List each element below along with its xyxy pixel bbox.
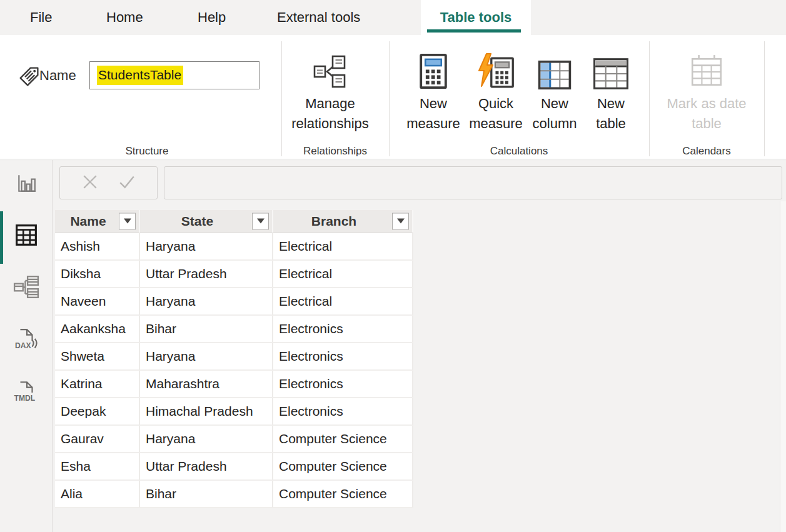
table-cell[interactable]: Computer Science (273, 426, 413, 453)
new-measure-label: New measure (404, 94, 463, 134)
sidebar-item-model-view[interactable] (0, 275, 53, 301)
table-cell[interactable]: Deepak (55, 398, 140, 426)
table-cell[interactable]: Uttar Pradesh (140, 453, 273, 481)
table-cell[interactable]: Naveen (55, 288, 140, 316)
manage-relationships-label: Manage relationships (280, 94, 380, 134)
formula-cancel-button[interactable] (82, 174, 98, 192)
table-cell[interactable]: Haryana (140, 288, 273, 316)
table-cell[interactable]: Electronics (273, 371, 413, 398)
table-row: EshaUttar PradeshComputer Science (55, 453, 413, 481)
table-cell[interactable]: Haryana (140, 233, 273, 261)
table-cell[interactable]: Shweta (55, 343, 140, 371)
group-label-calculations: Calculations (394, 144, 644, 159)
table-cell[interactable]: Electronics (273, 316, 413, 343)
new-column-label: New column (527, 94, 582, 134)
table-cell[interactable]: Uttar Pradesh (140, 261, 273, 288)
table-row: GauravHaryanaComputer Science (55, 426, 413, 453)
new-table-label: New table (588, 94, 633, 134)
cancel-x-icon (82, 174, 98, 192)
column-filter-button[interactable] (252, 213, 269, 229)
filter-dropdown-icon (124, 219, 131, 224)
report-view-icon (16, 174, 37, 196)
table-cell[interactable]: Aakanksha (55, 316, 140, 343)
sidebar-item-table-view[interactable] (0, 224, 53, 249)
menubar-item-help[interactable]: Help (198, 0, 226, 35)
tag-icon (18, 65, 41, 91)
new-table-button[interactable]: New table (588, 46, 633, 134)
column-filter-button[interactable] (119, 213, 136, 229)
new-column-icon (538, 46, 572, 90)
table-cell[interactable]: Esha (55, 453, 140, 481)
svg-text:DAX: DAX (15, 341, 31, 350)
group-label-structure: Structure (84, 144, 209, 159)
table-cell[interactable]: Haryana (140, 426, 273, 453)
table-row: KatrinaMaharashtraElectronics (55, 371, 413, 398)
table-cell[interactable]: Katrina (55, 371, 140, 398)
menubar-item-external-tools[interactable]: External tools (277, 0, 360, 35)
new-measure-icon (419, 46, 448, 90)
table-cell[interactable]: Ashish (55, 233, 140, 261)
table-body: AshishHaryanaElectricalDikshaUttar Prade… (55, 233, 413, 508)
dax-view-icon: DAX (14, 328, 38, 354)
group-separator (649, 41, 650, 156)
column-header-label: Name (59, 214, 118, 229)
data-view-canvas: DAX TMDL (0, 160, 786, 532)
column-header-branch[interactable]: Branch (273, 210, 413, 233)
mark-as-date-table-button[interactable]: Mark as date table (653, 46, 760, 134)
powerbi-desktop-window: File Home Help External tools Table tool… (0, 0, 786, 532)
table-cell[interactable]: Haryana (140, 343, 273, 371)
table-view-icon (15, 224, 38, 249)
menubar-item-file[interactable]: File (30, 0, 52, 35)
filter-dropdown-icon (397, 219, 405, 224)
sidebar-item-report-view[interactable] (0, 174, 53, 196)
table-name-input[interactable]: StudentsTable (89, 61, 259, 89)
table-cell[interactable]: Bihar (140, 481, 273, 508)
quick-measure-button[interactable]: Quick measure (464, 46, 528, 134)
column-header-name[interactable]: Name (55, 210, 140, 233)
table-cell[interactable]: Electronics (273, 398, 413, 426)
manage-relationships-button[interactable]: Manage relationships (280, 46, 380, 134)
table-header-row: NameStateBranch (55, 210, 413, 233)
table-cell[interactable]: Computer Science (273, 481, 413, 508)
table-row: AakankshaBiharElectronics (55, 316, 413, 343)
table-cell[interactable]: Maharashtra (140, 371, 273, 398)
table-cell[interactable]: Electrical (273, 261, 413, 288)
tab-table-tools[interactable]: Table tools (421, 0, 531, 35)
formula-bar-input[interactable] (164, 166, 782, 199)
table-cell[interactable]: Electrical (273, 233, 413, 261)
vertical-scrollbar[interactable] (780, 201, 786, 532)
table-cell[interactable]: Alia (55, 481, 140, 508)
new-measure-button[interactable]: New measure (404, 46, 463, 134)
quick-measure-label: Quick measure (464, 94, 528, 134)
checkmark-icon (118, 174, 136, 192)
table-row: DeepakHimachal PradeshElectronics (55, 398, 413, 426)
formula-commit-button[interactable] (118, 174, 136, 192)
column-filter-button[interactable] (392, 213, 409, 229)
table-cell[interactable]: Diksha (55, 261, 140, 288)
view-sidebar: DAX TMDL (0, 160, 53, 532)
table-cell[interactable]: Computer Science (273, 453, 413, 481)
new-table-icon (593, 46, 629, 90)
table-row: AshishHaryanaElectrical (55, 233, 413, 261)
filter-dropdown-icon (257, 219, 265, 224)
group-label-calendars: Calendars (650, 144, 763, 159)
group-label-relationships: Relationships (285, 144, 385, 159)
menubar-item-home[interactable]: Home (106, 0, 143, 35)
column-header-label: State (144, 214, 251, 229)
table-row: ShwetaHaryanaElectronics (55, 343, 413, 371)
table-cell[interactable]: Electronics (273, 343, 413, 371)
formula-commit-group (59, 166, 158, 199)
quick-measure-icon (476, 46, 516, 90)
new-column-button[interactable]: New column (527, 46, 582, 134)
table-cell[interactable]: Gaurav (55, 426, 140, 453)
column-header-state[interactable]: State (140, 210, 273, 233)
table-cell[interactable]: Electrical (273, 288, 413, 316)
table-name-value: StudentsTable (97, 66, 183, 85)
table-cell[interactable]: Himachal Pradesh (140, 398, 273, 426)
sidebar-item-tmdl-view[interactable]: TMDL (0, 380, 53, 406)
sidebar-item-dax-view[interactable]: DAX (0, 328, 53, 354)
table-row: AliaBiharComputer Science (55, 481, 413, 508)
table-cell[interactable]: Bihar (140, 316, 273, 343)
group-separator (764, 41, 765, 156)
table-row: NaveenHaryanaElectrical (55, 288, 413, 316)
